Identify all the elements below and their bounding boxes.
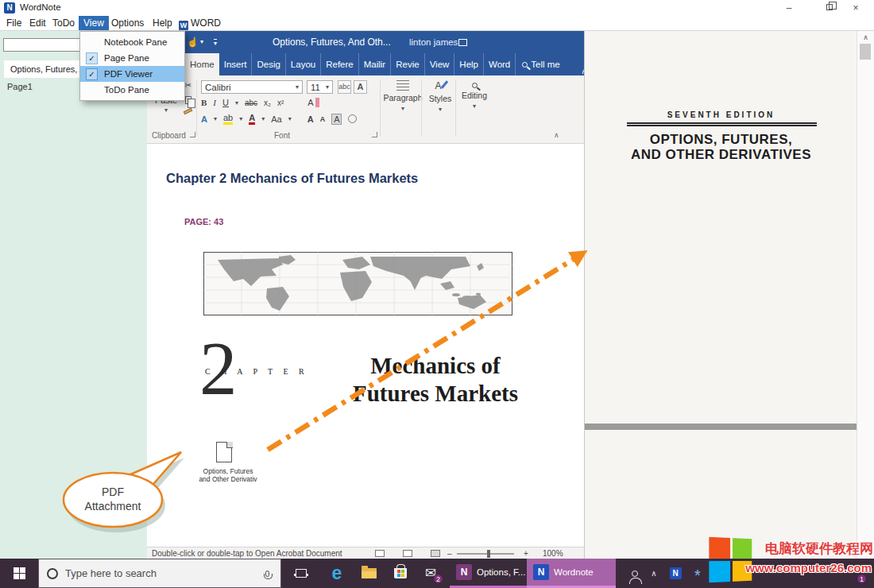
- people-button[interactable]: [623, 559, 647, 588]
- pdf-attachment-icon[interactable]: [216, 442, 232, 462]
- menu-file[interactable]: File: [2, 16, 26, 30]
- strikethrough-button[interactable]: abc: [245, 99, 257, 107]
- document-canvas[interactable]: Chapter 2 Mechanics of Futures Markets P…: [147, 144, 584, 547]
- tab-references[interactable]: Refere: [321, 53, 359, 75]
- styles-group-button[interactable]: A Styles ▾: [425, 80, 455, 113]
- folder-icon: [362, 568, 377, 578]
- world-map-image: [203, 252, 512, 319]
- paragraph-group-button[interactable]: Paragraph ▾: [385, 80, 420, 112]
- italic-button[interactable]: I: [213, 98, 216, 107]
- zoom-level[interactable]: 100%: [543, 549, 563, 558]
- font-color-dropdown-icon[interactable]: ▾: [261, 115, 265, 122]
- font-size-combo[interactable]: 11▾: [307, 80, 333, 94]
- tab-word[interactable]: Word: [484, 53, 516, 75]
- zoom-out-button[interactable]: –: [447, 549, 452, 558]
- font-name-combo[interactable]: Calibri▾: [201, 80, 303, 94]
- subscript-button[interactable]: x₂: [264, 99, 271, 107]
- grow-font-button[interactable]: A: [307, 114, 314, 124]
- menu-options[interactable]: Options: [106, 16, 149, 30]
- word-signed-in-user[interactable]: linton james: [409, 31, 458, 53]
- wordnote-menubar: File Edit ToDo View Options Help WWORD: [0, 16, 874, 30]
- bold-button[interactable]: B: [201, 98, 207, 107]
- enclose-characters-icon[interactable]: [348, 114, 357, 123]
- menu-item-page-pane[interactable]: ✓ Page Pane: [80, 50, 184, 66]
- cut-icon[interactable]: ✂: [184, 80, 191, 91]
- superscript-button[interactable]: x²: [277, 99, 284, 107]
- action-center-badge: 1: [857, 574, 867, 584]
- tray-show-hidden-icons[interactable]: ∧: [645, 559, 663, 588]
- zoom-slider-track[interactable]: [457, 553, 514, 555]
- scroll-up-icon[interactable]: ∧: [857, 33, 874, 41]
- menu-view[interactable]: View: [79, 16, 109, 30]
- tell-me-box[interactable]: Tell me: [516, 53, 566, 75]
- mail-button[interactable]: ✉ 2: [419, 559, 443, 588]
- touch-mode-icon[interactable]: ☝: [187, 31, 199, 53]
- menu-item-todo-pane[interactable]: ToDo Pane: [80, 82, 184, 98]
- taskbar-search-box[interactable]: [38, 559, 281, 588]
- zoom-slider-thumb[interactable]: [487, 550, 490, 558]
- change-case-button[interactable]: Aa: [271, 114, 281, 124]
- start-button[interactable]: [0, 559, 38, 588]
- text-effects-dropdown-icon[interactable]: ▾: [214, 115, 217, 122]
- highlight-button[interactable]: ab: [223, 113, 233, 125]
- taskbar-search-input[interactable]: [65, 567, 258, 579]
- tab-view[interactable]: View: [425, 53, 455, 75]
- print-layout-button[interactable]: [403, 550, 412, 557]
- font-name-value: Calibri: [205, 83, 231, 92]
- taskbar-wordnote-button[interactable]: N Wordnote: [527, 559, 616, 588]
- task-view-button[interactable]: [289, 559, 313, 588]
- character-border-icon[interactable]: A: [354, 80, 367, 94]
- menu-help[interactable]: Help: [148, 16, 177, 30]
- change-case-dropdown-icon[interactable]: ▾: [288, 115, 292, 122]
- clipboard-dialog-launcher-icon[interactable]: [190, 132, 195, 137]
- tab-design[interactable]: Desig: [252, 53, 285, 75]
- tab-home[interactable]: Home: [185, 53, 219, 75]
- zoom-in-button[interactable]: +: [524, 549, 528, 558]
- font-color-button[interactable]: A: [249, 113, 255, 125]
- tab-insert[interactable]: Insert: [219, 53, 253, 75]
- microphone-icon[interactable]: [265, 571, 269, 577]
- tab-layout[interactable]: Layou: [286, 53, 321, 75]
- character-shading-button[interactable]: A: [331, 114, 342, 125]
- phonetic-guide-icon[interactable]: abc: [338, 80, 351, 94]
- sidebar-page-item[interactable]: Page1: [7, 82, 33, 91]
- web-layout-button[interactable]: [431, 550, 440, 557]
- tray-asterisk-icon[interactable]: *: [688, 559, 707, 588]
- editing-find-icon: [472, 83, 478, 88]
- collapse-ribbon-icon[interactable]: ∧: [554, 131, 559, 139]
- tab-mailings[interactable]: Mailir: [359, 53, 391, 75]
- store-button[interactable]: [389, 559, 412, 588]
- font-dialog-launcher-icon[interactable]: [372, 132, 377, 137]
- file-explorer-button[interactable]: [357, 559, 381, 588]
- touch-mode-dropdown-icon[interactable]: ▾: [200, 31, 203, 53]
- copy-icon[interactable]: [185, 96, 191, 104]
- wordnote-minimize-button[interactable]: –: [777, 0, 801, 16]
- taskbar-onenote-button[interactable]: N Options, F...: [450, 559, 532, 588]
- scrollbar-thumb[interactable]: [860, 44, 871, 60]
- underline-button[interactable]: U: [222, 98, 229, 107]
- tray-wordnote-button[interactable]: N: [666, 559, 685, 588]
- tab-review[interactable]: Revie: [391, 53, 424, 75]
- wordnote-close-button[interactable]: ×: [844, 0, 868, 16]
- menu-edit[interactable]: Edit: [25, 16, 51, 30]
- menu-item-notebook-pane[interactable]: Notebook Pane: [80, 34, 184, 50]
- clipboard-group-label: Clipboard: [152, 131, 186, 140]
- ribbon-display-options-icon[interactable]: [458, 39, 467, 46]
- editing-group-button[interactable]: Editing ▾: [458, 80, 490, 110]
- highlight-dropdown-icon[interactable]: ▾: [239, 115, 242, 122]
- pdf-scrollbar[interactable]: ∧: [857, 31, 874, 559]
- underline-dropdown-icon[interactable]: ▾: [235, 99, 238, 106]
- edge-button[interactable]: e: [325, 559, 349, 588]
- format-painter-icon[interactable]: [184, 108, 193, 114]
- menu-item-pdf-viewer[interactable]: ✓ PDF Viewer: [80, 66, 184, 82]
- tab-help[interactable]: Help: [454, 53, 484, 75]
- text-effects-button[interactable]: A: [201, 114, 207, 124]
- callout-text-line1: PDF: [102, 485, 124, 498]
- wordnote-restore-button[interactable]: [826, 4, 833, 10]
- shrink-font-button[interactable]: A: [320, 115, 326, 123]
- menu-todo[interactable]: ToDo: [48, 16, 79, 30]
- menu-word[interactable]: WWORD: [174, 16, 226, 30]
- read-mode-button[interactable]: [375, 550, 385, 557]
- clear-formatting-button[interactable]: A: [307, 98, 319, 107]
- customize-qat-icon[interactable]: ▾: [214, 39, 217, 47]
